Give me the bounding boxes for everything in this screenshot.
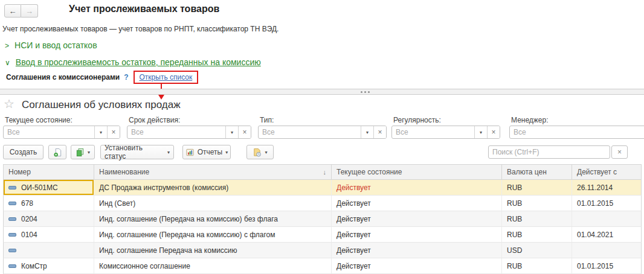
dropdown-arrow-icon[interactable]: ▾ bbox=[361, 126, 373, 138]
column-header-currency[interactable]: Валюта цен bbox=[501, 164, 572, 180]
filter-regularity-value[interactable]: Все bbox=[392, 126, 474, 138]
table-row[interactable]: КомСтр Комиссионное соглашение Действует… bbox=[3, 258, 642, 274]
valid-from-cell[interactable] bbox=[572, 243, 642, 258]
filter-state-value[interactable]: Все bbox=[4, 126, 94, 138]
agreements-table: Номер Наименование ↓ Текущее состояние В… bbox=[3, 164, 642, 274]
filter-label-manager: Менеджер: bbox=[511, 116, 549, 124]
create-new-item-button[interactable] bbox=[48, 145, 66, 159]
name-cell[interactable]: ДС Продажа инструментов (комиссия) bbox=[94, 180, 331, 196]
clear-icon[interactable]: × bbox=[373, 126, 386, 138]
search-input[interactable] bbox=[488, 145, 610, 159]
row-name: Инд. соглашение Передача на комиссию bbox=[99, 246, 237, 255]
row-state: Действует bbox=[336, 231, 371, 239]
annotation-box: Открыть список bbox=[134, 71, 199, 84]
state-cell[interactable]: Действует bbox=[331, 180, 501, 196]
document-add-icon bbox=[53, 148, 62, 157]
dropdown-arrow-icon[interactable]: ▾ bbox=[225, 126, 238, 138]
table-row[interactable]: ОИ-501МС ДС Продажа инструментов (комисс… bbox=[3, 180, 642, 196]
number-cell[interactable] bbox=[3, 243, 94, 258]
clear-icon[interactable]: × bbox=[238, 126, 251, 138]
column-header-valid-from[interactable]: Действует с bbox=[572, 164, 642, 180]
row-number: 678 bbox=[21, 199, 33, 208]
reports-button[interactable]: Отчеты ▾ bbox=[182, 145, 231, 159]
filter-term-value[interactable]: Все bbox=[127, 126, 225, 138]
table-row[interactable]: 0104 Инд. соглашение (Передача на комисс… bbox=[3, 227, 642, 243]
column-header-label: Текущее состояние bbox=[336, 168, 402, 176]
nav-group-nsi[interactable]: > НСИ и ввод остатков bbox=[5, 40, 97, 50]
currency-cell[interactable]: USD bbox=[501, 243, 572, 258]
state-cell[interactable]: Действует bbox=[331, 196, 501, 211]
list-title: Соглашения об условиях продаж bbox=[22, 99, 181, 111]
dropdown-arrow-icon[interactable]: ▾ bbox=[94, 126, 107, 138]
row-state: Действует bbox=[336, 215, 371, 223]
name-cell[interactable]: Инд. соглашение Передача на комиссию bbox=[94, 243, 331, 258]
dropdown-arrow-icon[interactable]: ▾ bbox=[474, 126, 487, 138]
clear-icon[interactable]: × bbox=[107, 126, 120, 138]
back-button[interactable]: ← bbox=[4, 4, 21, 18]
filter-term-combo: Все ▾ × bbox=[127, 126, 251, 139]
filter-type-value[interactable]: Все bbox=[259, 126, 361, 138]
name-cell[interactable]: Комиссионное соглашение bbox=[94, 258, 331, 274]
currency-cell[interactable]: RUB bbox=[501, 227, 572, 243]
valid-from-cell[interactable]: 01.01.2015 bbox=[572, 196, 642, 211]
back-icon: ← bbox=[9, 7, 17, 16]
name-cell[interactable]: Инд. соглашение (Передача на комиссию) б… bbox=[94, 211, 331, 227]
forward-button[interactable]: → bbox=[21, 4, 38, 18]
name-cell[interactable]: Инд. соглашение (Передача на комиссию) с… bbox=[94, 227, 331, 243]
set-status-button[interactable]: Установить статус ▾ bbox=[100, 145, 174, 159]
currency-cell[interactable]: RUB bbox=[501, 180, 572, 196]
row-name: Инд. соглашение (Передача на комиссию) с… bbox=[99, 231, 275, 239]
table-row[interactable]: 678 Инд (Свет) Действует RUB 01.01.2015 bbox=[3, 196, 642, 211]
row-number: 0104 bbox=[21, 231, 37, 239]
page-title: Учет прослеживаемых товаров bbox=[69, 4, 219, 14]
column-header-name[interactable]: Наименование ↓ bbox=[94, 164, 331, 180]
filter-label-regularity: Регулярность: bbox=[393, 116, 441, 124]
valid-from-cell[interactable]: 01.01.2015 bbox=[572, 258, 642, 274]
column-header-state[interactable]: Текущее состояние bbox=[331, 164, 501, 180]
currency-cell[interactable]: RUB bbox=[501, 196, 572, 211]
row-name: ДС Продажа инструментов (комиссия) bbox=[99, 183, 228, 192]
pane-splitter[interactable] bbox=[0, 89, 644, 95]
number-cell[interactable]: 0204 bbox=[3, 211, 94, 227]
table-row[interactable]: 0204 Инд. соглашение (Передача на комисс… bbox=[3, 211, 642, 227]
help-icon[interactable]: ? bbox=[124, 73, 128, 81]
page-subtitle: Учет прослеживаемых товаров — учет товар… bbox=[2, 25, 279, 33]
open-list-link[interactable]: Открыть список bbox=[140, 73, 193, 81]
copy-item-button[interactable]: ▾ bbox=[71, 145, 95, 159]
currency-cell[interactable]: RUB bbox=[501, 258, 572, 274]
name-cell[interactable]: Инд (Свет) bbox=[94, 196, 331, 211]
row-name: Комиссионное соглашение bbox=[99, 262, 190, 270]
history-nav: ← → bbox=[4, 4, 38, 18]
state-cell[interactable]: Действует bbox=[331, 211, 501, 227]
number-cell[interactable]: 0104 bbox=[3, 227, 94, 243]
number-cell[interactable]: КомСтр bbox=[3, 258, 94, 274]
filter-manager-input[interactable] bbox=[509, 126, 644, 139]
table-row[interactable]: Инд. соглашение Передача на комиссию Дей… bbox=[3, 243, 642, 258]
create-button-label: Создать bbox=[10, 148, 37, 156]
search-clear-button[interactable]: × bbox=[611, 145, 628, 159]
nav-group-label: Ввод в прослеживаемость остатков, переда… bbox=[16, 57, 261, 67]
document-history-button[interactable]: ▾ bbox=[246, 145, 274, 159]
dropdown-arrow-icon: ▾ bbox=[88, 150, 90, 155]
state-cell[interactable]: Действует bbox=[331, 243, 501, 258]
favorite-star-icon[interactable]: ☆ bbox=[4, 97, 14, 111]
valid-from-cell[interactable]: 26.11.2014 bbox=[572, 180, 642, 196]
document-clock-icon bbox=[253, 148, 262, 157]
row-state: Действует bbox=[336, 183, 371, 192]
row-currency: RUB bbox=[507, 199, 522, 208]
valid-from-cell[interactable] bbox=[572, 211, 642, 227]
number-cell[interactable]: ОИ-501МС bbox=[3, 180, 94, 196]
number-cell[interactable]: 678 bbox=[3, 196, 94, 211]
row-valid-from: 01.04.2021 bbox=[577, 231, 613, 239]
valid-from-cell[interactable]: 01.04.2021 bbox=[572, 227, 642, 243]
copy-documents-icon bbox=[76, 148, 85, 157]
report-chart-icon bbox=[185, 148, 195, 157]
state-cell[interactable]: Действует bbox=[331, 227, 501, 243]
nav-group-commission[interactable]: ∨ Ввод в прослеживаемость остатков, пере… bbox=[5, 57, 261, 67]
state-cell[interactable]: Действует bbox=[331, 258, 501, 274]
create-button[interactable]: Создать bbox=[3, 145, 43, 159]
clear-icon[interactable]: × bbox=[487, 126, 500, 138]
item-marker-icon bbox=[8, 186, 16, 190]
column-header-number[interactable]: Номер bbox=[3, 164, 94, 180]
currency-cell[interactable]: RUB bbox=[501, 211, 572, 227]
